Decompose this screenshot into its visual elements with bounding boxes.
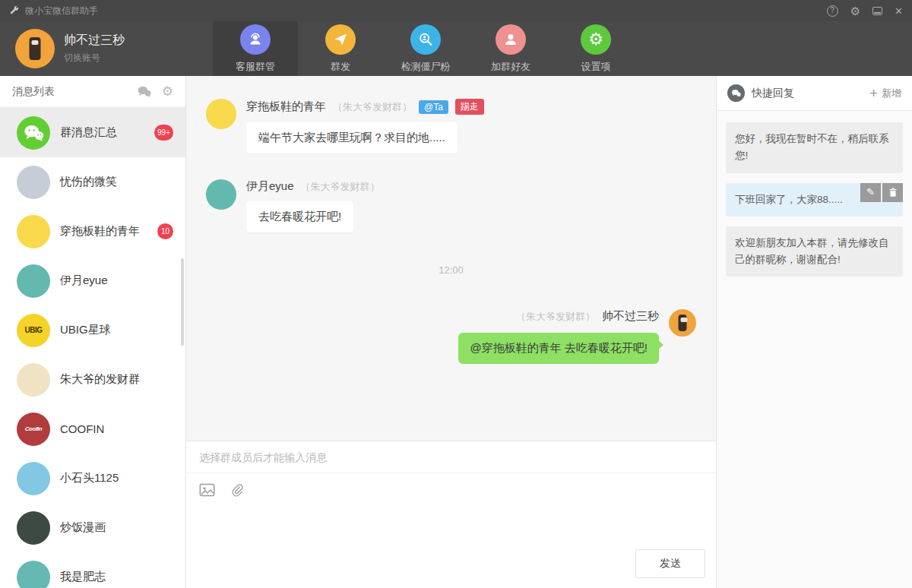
- list-item-label: 小石头1125: [60, 471, 119, 485]
- close-icon[interactable]: ✕: [895, 6, 903, 16]
- nav-label: 客服群管: [236, 60, 275, 74]
- chat-list: 群消息汇总 99+ 忧伤的微笑 穿拖板鞋的青年 10 伊月eyue: [0, 108, 185, 588]
- outgoing-message: （朱大爷发财群） 帅不过三秒 @穿拖板鞋的青年 去吃春暖花开吧!: [206, 309, 696, 364]
- message-bubble: @穿拖板鞋的青年 去吃春暖花开吧!: [458, 333, 659, 364]
- list-item-label: COOFIN: [60, 422, 104, 435]
- list-item-label: 群消息汇总: [60, 125, 117, 140]
- nav-customer-group-manage[interactable]: 客服群管: [213, 21, 298, 76]
- nav-label: 群发: [331, 60, 350, 74]
- list-item[interactable]: 穿拖板鞋的青年 10: [0, 207, 185, 256]
- account-avatar[interactable]: [15, 29, 55, 68]
- sender-name: 伊月eyue: [246, 179, 294, 194]
- quick-reply-item[interactable]: 您好，我现在暂时不在，稍后联系您!: [726, 122, 903, 173]
- list-item[interactable]: 朱大爷的发财群: [0, 355, 185, 404]
- sidebar-gear-icon[interactable]: ⚙: [162, 85, 173, 98]
- paperclip-icon[interactable]: [230, 483, 244, 497]
- at-ta-button[interactable]: @Ta: [419, 100, 448, 114]
- search-person-icon: [410, 24, 441, 55]
- message-input[interactable]: 选择群成员后才能输入消息: [186, 441, 716, 473]
- input-toolbar: [186, 473, 716, 507]
- avatar: [17, 215, 50, 248]
- list-item-group-summary[interactable]: 群消息汇总 99+: [0, 108, 185, 157]
- quick-reply-item[interactable]: 欢迎新朋友加入本群，请先修改自己的群昵称，谢谢配合!: [726, 226, 903, 277]
- main-nav: 客服群管 群发 检测僵尸粉 加群好友: [213, 21, 638, 76]
- list-item-label: 伊月eyue: [60, 273, 108, 288]
- edit-icon[interactable]: ✎: [860, 183, 881, 202]
- header: 帅不过三秒 切换账号 客服群管 群发 检测僵尸粉: [0, 21, 912, 76]
- nav-settings[interactable]: ⚙ 设置项: [553, 21, 638, 76]
- quick-reply-header: 快捷回复 + 新增: [717, 76, 912, 111]
- message-input-area: 选择群成员后才能输入消息 发送: [186, 441, 716, 588]
- list-item-label: 穿拖板鞋的青年: [60, 224, 140, 239]
- message-list-sidebar: 消息列表 ⚙ 群消息汇总 99+ 忧伤的: [0, 76, 186, 588]
- avatar: [17, 264, 50, 298]
- list-item[interactable]: Coofin COOFIN: [0, 404, 185, 454]
- chat-bubble-icon: [727, 84, 745, 102]
- nav-label: 检测僵尸粉: [401, 60, 451, 74]
- sender-name: 穿拖板鞋的青年: [246, 100, 326, 114]
- nav-bulk-send[interactable]: 群发: [298, 21, 383, 76]
- list-item[interactable]: UBIG UBIG星球: [0, 305, 185, 355]
- switch-account-link[interactable]: 切换账号: [64, 52, 125, 65]
- sender-avatar: [206, 99, 236, 129]
- help-icon[interactable]: ?: [827, 5, 838, 17]
- avatar: UBIG: [17, 314, 50, 347]
- list-item[interactable]: 忧伤的微笑: [0, 157, 185, 207]
- sidebar-scrollbar[interactable]: [181, 258, 184, 346]
- list-item[interactable]: 我是肥志: [0, 552, 185, 588]
- own-avatar: [669, 309, 696, 337]
- wechat-avatar: [17, 116, 50, 150]
- delete-icon[interactable]: [882, 183, 903, 202]
- unread-badge: 99+: [154, 125, 173, 141]
- incoming-message: 穿拖板鞋的青年 （朱大爷发财群） @Ta 踢走 端午节大家去哪里玩啊？求目的地.…: [206, 99, 696, 153]
- add-quick-reply-button[interactable]: + 新增: [869, 86, 901, 100]
- time-divider: 12:00: [206, 264, 696, 276]
- customer-service-icon: [240, 24, 271, 55]
- settings-gear-icon[interactable]: ⚙: [850, 5, 860, 17]
- unread-badge: 10: [157, 223, 173, 239]
- nav-label: 设置项: [581, 60, 611, 74]
- list-item[interactable]: 小石头1125: [0, 454, 185, 503]
- account-section: 帅不过三秒 切换账号: [15, 29, 190, 68]
- message-bubble: 端午节大家去哪里玩啊？求目的地.....: [246, 122, 458, 153]
- nav-label: 加群好友: [491, 60, 530, 74]
- list-item-label: 忧伤的微笑: [60, 175, 117, 189]
- avatar-figure: [30, 37, 41, 60]
- sender-name: 帅不过三秒: [602, 309, 659, 324]
- nav-detect-zombie-fans[interactable]: 检测僵尸粉: [383, 21, 468, 76]
- app-title: 微小宝微信群助手: [25, 5, 98, 17]
- kick-out-button[interactable]: 踢走: [455, 99, 484, 115]
- list-item[interactable]: 炒饭漫画: [0, 503, 185, 552]
- restore-window-icon[interactable]: [872, 7, 882, 15]
- image-attach-icon[interactable]: [199, 483, 215, 497]
- plus-icon: +: [869, 86, 878, 100]
- sidebar-header: 消息列表 ⚙: [0, 76, 185, 108]
- quick-reply-panel: 快捷回复 + 新增 您好，我现在暂时不在，稍后联系您! 下班回家了，大家88..…: [716, 76, 912, 588]
- quick-reply-item-selected[interactable]: 下班回家了，大家88..... ✎: [726, 183, 903, 217]
- list-item-label: 朱大爷的发财群: [60, 372, 140, 387]
- incoming-message: 伊月eyue （朱大爷发财群） 去吃春暖花开吧!: [206, 179, 696, 232]
- chat-panel: 穿拖板鞋的青年 （朱大爷发财群） @Ta 踢走 端午节大家去哪里玩啊？求目的地.…: [186, 76, 716, 588]
- app-window: 微小宝微信群助手 ? ⚙ ✕ 帅不过三秒 切换账号 客服群管: [0, 0, 912, 588]
- titlebar: 微小宝微信群助手 ? ⚙ ✕: [0, 0, 912, 21]
- list-item-label: UBIG星球: [60, 323, 111, 337]
- sidebar-title: 消息列表: [12, 85, 55, 99]
- quick-reply-title: 快捷回复: [752, 87, 794, 100]
- chat-sync-icon[interactable]: [137, 85, 151, 98]
- sender-avatar: [206, 179, 236, 210]
- avatar: [17, 166, 50, 199]
- list-item[interactable]: 伊月eyue: [0, 256, 185, 305]
- avatar: [17, 363, 50, 397]
- message-history: 穿拖板鞋的青年 （朱大爷发财群） @Ta 踢走 端午节大家去哪里玩啊？求目的地.…: [186, 76, 716, 441]
- app-logo-wrench-icon: [9, 5, 20, 16]
- message-bubble: 去吃春暖花开吧!: [246, 201, 353, 232]
- list-item-label: 我是肥志: [60, 570, 106, 584]
- quick-reply-list: 您好，我现在暂时不在，稍后联系您! 下班回家了，大家88..... ✎ 欢迎新朋…: [717, 111, 912, 288]
- nav-add-group-friends[interactable]: 加群好友: [468, 21, 553, 76]
- send-button[interactable]: 发送: [635, 549, 705, 578]
- sender-group: （朱大爷发财群）: [516, 310, 595, 324]
- gear-icon: ⚙: [581, 24, 611, 55]
- sender-group: （朱大爷发财群）: [301, 180, 380, 194]
- avatar: Coofin: [17, 413, 50, 446]
- list-item-label: 炒饭漫画: [60, 520, 106, 535]
